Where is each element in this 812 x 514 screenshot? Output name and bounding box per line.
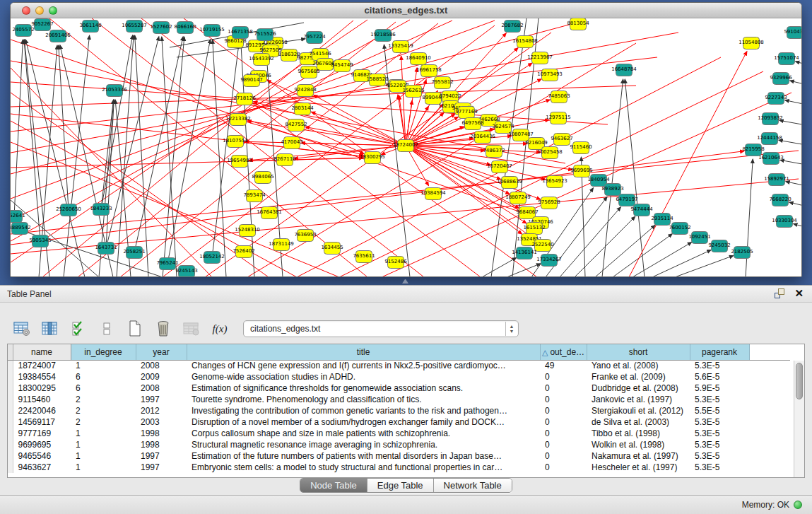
- network-graph[interactable]: 1872400798601288912954232260589627509105…: [11, 18, 801, 276]
- graph-edge[interactable]: [406, 100, 412, 146]
- graph-edge[interactable]: [652, 250, 711, 276]
- cell-year[interactable]: 1997: [136, 394, 187, 405]
- table-row[interactable]: 1872400712008Changes of HCN gene express…: [8, 360, 790, 371]
- graph-node[interactable]: 10719155: [199, 25, 225, 37]
- table-row[interactable]: 2242004622012Investigating the contribut…: [8, 405, 790, 416]
- graph-node[interactable]: 2935114: [651, 214, 673, 226]
- cell-name[interactable]: 9463627: [13, 462, 71, 473]
- graph-node[interactable]: 1889542: [11, 223, 31, 235]
- cell-pagerank[interactable]: 5.6E-5: [690, 371, 749, 382]
- cell-short[interactable]: Wolkin et al. (1998): [587, 439, 690, 450]
- cell-in_degree[interactable]: 1: [71, 428, 136, 439]
- table-scrollbar[interactable]: [794, 361, 804, 477]
- cell-in_degree[interactable]: 6: [71, 371, 136, 382]
- new-table-icon[interactable]: [124, 318, 146, 339]
- table-selector-dropdown[interactable]: citations_edges.txt ▲▼: [243, 320, 519, 337]
- graph-node[interactable]: 9242848: [294, 85, 316, 97]
- graph-node[interactable]: 13325419: [388, 41, 413, 53]
- graph-node[interactable]: 9463627: [551, 134, 572, 146]
- graph-node[interactable]: 10025458: [537, 147, 563, 159]
- graph-node[interactable]: 20691406: [45, 30, 71, 42]
- table-row[interactable]: 1456911722003Disruption of a novel membe…: [8, 416, 790, 428]
- graph-edge[interactable]: [675, 255, 734, 276]
- cell-name[interactable]: 9115460: [13, 394, 71, 405]
- graph-edge[interactable]: [786, 182, 801, 187]
- graph-edge[interactable]: [625, 79, 645, 276]
- cell-in_degree[interactable]: 2: [71, 405, 136, 416]
- cell-name[interactable]: 9699695: [13, 439, 71, 450]
- graph-node[interactable]: 7955812: [431, 77, 453, 89]
- graph-node[interactable]: 4170043: [281, 137, 302, 149]
- column-header-year[interactable]: year: [136, 344, 187, 360]
- column-header-out_degree[interactable]: △out_de…: [540, 344, 587, 360]
- float-panel-icon[interactable]: [775, 288, 784, 298]
- graph-edge[interactable]: [60, 45, 113, 276]
- graph-edge[interactable]: [507, 264, 541, 276]
- show-columns-icon[interactable]: [40, 318, 61, 339]
- cell-pagerank[interactable]: 5.9E-5: [690, 382, 749, 394]
- cell-out_degree[interactable]: 0: [540, 439, 587, 450]
- cell-year[interactable]: 2009: [136, 371, 187, 382]
- cell-name[interactable]: 9777169: [13, 428, 71, 439]
- cell-year[interactable]: 1997: [136, 462, 187, 473]
- graph-node[interactable]: 8267110: [273, 154, 295, 166]
- window-titlebar[interactable]: citations_edges.txt: [11, 3, 801, 18]
- network-canvas[interactable]: 1872400798601288912954232260589627509105…: [11, 18, 801, 276]
- graph-node[interactable]: 2058251: [123, 247, 145, 259]
- cell-short[interactable]: Hescheler et al. (1997): [587, 462, 690, 473]
- graph-node[interactable]: 1092451: [688, 232, 710, 244]
- graph-node[interactable]: 9227343: [765, 93, 787, 105]
- memory-status-icon[interactable]: [794, 501, 802, 509]
- cell-title[interactable]: Disruption of a novel member of a sodium…: [187, 416, 540, 428]
- cell-title[interactable]: Tourette syndrome. Phenomenology and cla…: [187, 394, 540, 405]
- graph-edge[interactable]: [560, 207, 620, 276]
- graph-node[interactable]: 19654983: [227, 156, 252, 168]
- graph-edge[interactable]: [794, 223, 801, 228]
- graph-node[interactable]: 15892971: [764, 174, 789, 186]
- column-header-title[interactable]: title: [187, 344, 540, 360]
- graph-node[interactable]: 18107554: [223, 136, 248, 148]
- graph-node[interactable]: 16210643: [758, 153, 784, 165]
- graph-edge[interactable]: [267, 81, 406, 146]
- graph-edge[interactable]: [11, 179, 799, 254]
- graph-node[interactable]: 2182505: [731, 247, 753, 259]
- cell-short[interactable]: Stergiakouli et al. (2012): [587, 405, 690, 416]
- cell-name[interactable]: 14569117: [13, 416, 71, 428]
- graph-node[interactable]: 14136141: [512, 247, 537, 259]
- table-row[interactable]: 1830029562008Estimation of significance …: [8, 382, 790, 394]
- graph-node[interactable]: 9115460: [570, 142, 592, 154]
- graph-node[interactable]: 9777169: [455, 107, 477, 119]
- graph-node[interactable]: 1843233: [90, 204, 112, 216]
- cell-out_degree[interactable]: 0: [540, 428, 587, 439]
- graph-node[interactable]: 10384594: [420, 188, 446, 200]
- cell-in_degree[interactable]: 1: [71, 360, 136, 371]
- graph-edge[interactable]: [785, 100, 801, 105]
- table-row[interactable]: 946554611997Estimation of the future num…: [8, 450, 790, 462]
- graph-node[interactable]: 7636953: [294, 230, 316, 242]
- graph-node[interactable]: 2718126: [233, 93, 256, 105]
- table-row[interactable]: 969969511998Structural magnetic resonanc…: [8, 439, 790, 450]
- graph-edge[interactable]: [780, 160, 801, 165]
- graph-node[interactable]: 7485063: [548, 91, 570, 103]
- cell-out_degree[interactable]: 0: [540, 394, 587, 405]
- graph-edge[interactable]: [101, 35, 133, 209]
- graph-node[interactable]: 13654923: [542, 176, 567, 188]
- graph-edge[interactable]: [313, 95, 406, 146]
- graph-node[interactable]: 16961758: [416, 65, 442, 77]
- graph-edge[interactable]: [11, 158, 363, 168]
- graph-node[interactable]: 7515526: [254, 29, 276, 41]
- graph-node[interactable]: 12213382: [225, 114, 251, 126]
- graph-edge[interactable]: [746, 159, 753, 276]
- graph-node[interactable]: 1615132: [523, 223, 545, 235]
- graph-node[interactable]: 12975115: [546, 112, 571, 124]
- graph-node[interactable]: 1562615: [402, 86, 424, 98]
- graph-node[interactable]: 9890147: [240, 75, 262, 87]
- cell-out_degree[interactable]: 0: [540, 371, 587, 382]
- cell-year[interactable]: 2003: [136, 416, 187, 428]
- graph-node[interactable]: 8215958: [742, 144, 764, 156]
- graph-node[interactable]: 7600152: [669, 223, 690, 235]
- cell-short[interactable]: Tibbo et al. (1998): [587, 428, 690, 439]
- graph-node[interactable]: 8938923: [601, 184, 623, 196]
- delete-column-icon[interactable]: [153, 318, 174, 339]
- graph-node[interactable]: 16648784: [611, 64, 637, 76]
